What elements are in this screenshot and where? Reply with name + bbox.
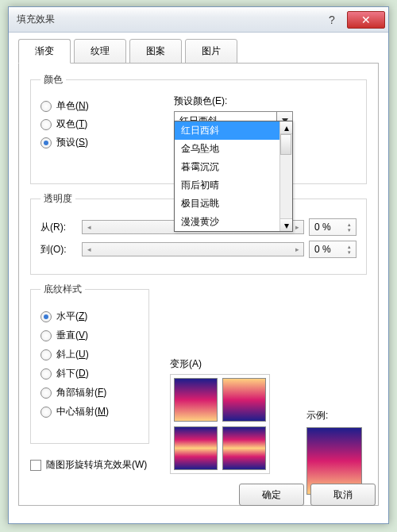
fill-effects-dialog: 填充效果 ? ✕ 渐变 纹理 图案 图片 颜色 单色(N) 双色(T): [8, 6, 389, 524]
radio-corner-label: 角部辐射(F): [56, 386, 106, 399]
panel: 颜色 单色(N) 双色(T) 预设(S) 预设颜色(E): 红日西斜: [18, 63, 379, 506]
color-legend: 颜色: [40, 73, 66, 87]
example-area: 示例:: [306, 409, 362, 495]
radio-two-label: 双色(T): [56, 118, 87, 131]
dialog-title: 填充效果: [17, 13, 317, 26]
spinner-icon[interactable]: ▴▾: [348, 244, 351, 255]
from-label: 从(R):: [40, 221, 77, 234]
variants-label: 变形(A): [170, 357, 270, 371]
color-fieldset: 颜色 单色(N) 双色(T) 预设(S) 预设颜色(E): 红日西斜: [30, 73, 367, 184]
slider-left-icon[interactable]: ◂: [83, 243, 95, 256]
dropdown-option[interactable]: 金乌坠地: [175, 140, 292, 158]
cancel-button[interactable]: 取消: [310, 484, 376, 506]
radio-diag-down-label: 斜下(D): [56, 367, 89, 380]
to-slider[interactable]: ◂▸: [82, 242, 304, 256]
tab-pattern[interactable]: 图案: [129, 39, 182, 64]
scroll-thumb[interactable]: [280, 134, 291, 155]
variant-2[interactable]: [222, 378, 266, 422]
preset-color-label: 预设颜色(E):: [174, 94, 293, 108]
to-label: 到(O):: [40, 243, 77, 256]
help-button[interactable]: ?: [318, 11, 346, 29]
radio-vertical[interactable]: [40, 330, 52, 341]
dropdown-scrollbar[interactable]: ▴ ▾: [279, 121, 292, 231]
titlebar[interactable]: 填充效果 ? ✕: [9, 7, 388, 33]
radio-horizontal[interactable]: [40, 311, 52, 322]
variant-4[interactable]: [222, 426, 266, 470]
radio-vertical-label: 垂直(V): [56, 329, 88, 342]
radio-center[interactable]: [40, 407, 52, 418]
tab-texture[interactable]: 纹理: [74, 39, 126, 64]
ok-button[interactable]: 确定: [239, 484, 304, 506]
tabs: 渐变 纹理 图案 图片: [18, 39, 379, 64]
radio-preset-label: 预设(S): [56, 136, 88, 149]
style-legend: 底纹样式: [40, 283, 85, 296]
radio-single-color[interactable]: [40, 101, 52, 112]
dropdown-option[interactable]: 极目远眺: [175, 195, 292, 213]
preset-dropdown: 红日西斜 金乌坠地 暮霭沉沉 雨后初晴 极目远眺 漫漫黄沙 ▴ ▾: [174, 121, 293, 232]
slider-right-icon[interactable]: ▸: [291, 243, 303, 256]
tab-gradient[interactable]: 渐变: [18, 39, 71, 64]
from-percent-input[interactable]: 0 %▴▾: [309, 218, 357, 236]
style-fieldset: 底纹样式 水平(Z) 垂直(V) 斜上(U) 斜下(D) 角部辐射(F) 中心辐…: [30, 283, 149, 444]
close-button[interactable]: ✕: [347, 11, 385, 29]
to-percent-input[interactable]: 0 %▴▾: [309, 241, 357, 258]
tab-picture[interactable]: 图片: [185, 39, 237, 64]
dialog-buttons: 确定 取消: [239, 484, 376, 506]
scroll-down-icon[interactable]: ▾: [280, 218, 292, 231]
dropdown-option[interactable]: 红日西斜: [175, 121, 292, 140]
scroll-up-icon[interactable]: ▴: [280, 121, 292, 134]
radio-preset[interactable]: [40, 137, 52, 148]
rotate-checkbox[interactable]: [30, 460, 41, 471]
dropdown-option[interactable]: 雨后初晴: [175, 176, 292, 195]
radio-corner[interactable]: [40, 387, 52, 399]
radio-center-label: 中心辐射(M): [56, 405, 109, 418]
spinner-icon[interactable]: ▴▾: [348, 222, 351, 233]
variant-1[interactable]: [174, 378, 218, 422]
example-label: 示例:: [306, 409, 362, 422]
radio-diag-up[interactable]: [40, 349, 52, 360]
variants-grid: [170, 374, 270, 474]
radio-two-color[interactable]: [40, 119, 52, 130]
transparency-legend: 透明度: [40, 192, 75, 206]
radio-diag-down[interactable]: [40, 368, 52, 380]
dropdown-option[interactable]: 漫漫黄沙: [175, 213, 292, 231]
radio-diag-up-label: 斜上(U): [56, 348, 89, 361]
rotate-label: 随图形旋转填充效果(W): [46, 458, 147, 472]
radio-single-label: 单色(N): [56, 99, 89, 113]
dropdown-option[interactable]: 暮霭沉沉: [175, 158, 292, 176]
variant-3[interactable]: [174, 426, 218, 470]
radio-horizontal-label: 水平(Z): [56, 310, 87, 323]
variants-area: 变形(A): [170, 357, 270, 474]
slider-left-icon[interactable]: ◂: [83, 221, 95, 233]
